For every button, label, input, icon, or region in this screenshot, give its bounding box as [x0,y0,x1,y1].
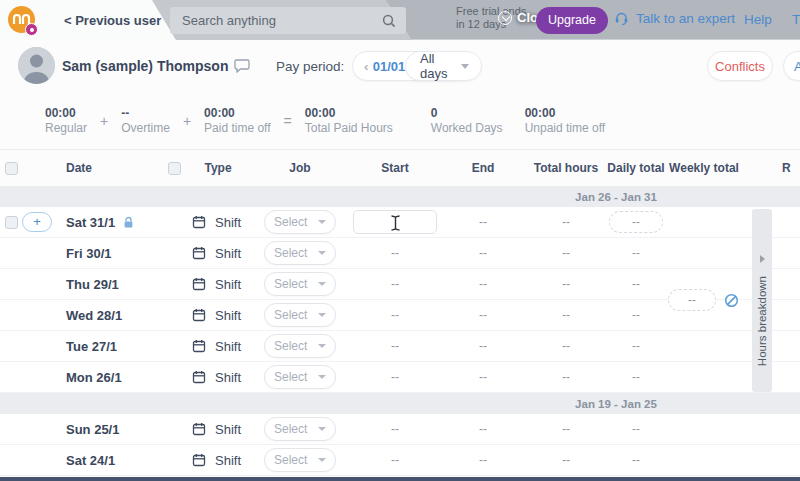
row-date: Fri 30/1 [56,246,166,261]
end-value: -- [440,370,526,384]
col-header-daily-total: Daily total [606,161,666,175]
daily-total-value: -- [606,422,666,436]
weekly-total-field[interactable]: -- [668,289,739,311]
end-value: -- [440,308,526,322]
chat-icon[interactable] [234,58,250,73]
row-date: Sat 31/1 [56,215,166,230]
col-header-end: End [440,161,526,175]
footer-bar [0,477,800,481]
table-header: Date Type Job Start End Total hours Dail… [0,150,800,186]
avatar[interactable] [18,47,55,84]
job-select[interactable]: Select [264,334,336,358]
app-logo[interactable] [8,6,35,33]
upgrade-button[interactable]: Upgrade [536,7,608,34]
chevron-down-icon [318,458,326,462]
summary-regular: 00:00 Regular [45,106,87,136]
shift-calendar-icon [192,215,206,229]
daily-total-value: -- [606,308,666,322]
job-select[interactable]: Select [264,210,336,234]
daily-total-value: -- [606,339,666,353]
start-value: -- [350,422,440,436]
pay-period-prev-icon[interactable]: ‹ [364,59,368,74]
total-hours-value: -- [526,370,606,384]
job-select[interactable]: Select [264,241,336,265]
summary-paid-time-off: 00:00 Paid time off [204,106,270,136]
daily-total-value: -- [606,246,666,260]
week-divider-label: Jan 19 - Jan 25 [575,398,657,410]
week-group-2: Sun 25/1 Shift Select -- -- -- -- Sat 24… [0,414,800,476]
help-link[interactable]: Help [744,12,772,27]
previous-user-link[interactable]: < Previous user [64,13,161,28]
chevron-down-icon [318,313,326,317]
daily-total-value: -- [606,453,666,467]
add-shift-button[interactable]: + [22,212,52,232]
row-checkbox[interactable] [5,216,18,229]
table-row[interactable]: Tue 27/1 Shift Select -- -- -- -- [0,331,800,362]
table-row[interactable]: Mon 26/1 Shift Select -- -- -- -- [0,362,800,393]
shift-calendar-icon [192,308,206,322]
shift-calendar-icon [192,277,206,291]
start-value: -- [350,339,440,353]
daily-total-field[interactable]: -- [609,211,663,233]
table-row[interactable]: Sat 24/1 Shift Select -- -- -- -- [0,445,800,476]
table-row[interactable]: Sun 25/1 Shift Select -- -- -- -- [0,414,800,445]
clipped-action-button[interactable]: A [783,51,800,81]
end-value: -- [440,215,526,229]
summary-overtime: -- Overtime [121,106,170,136]
total-hours-value: -- [526,308,606,322]
select-all-checkbox[interactable] [5,162,18,175]
start-time-input[interactable] [353,210,437,234]
row-date: Tue 27/1 [56,339,166,354]
row-date: Sat 24/1 [56,453,166,468]
total-hours-value: -- [526,453,606,467]
chevron-down-icon [318,220,326,224]
week-divider-label: Jan 26 - Jan 31 [575,191,657,203]
text-cursor-icon [390,215,401,231]
summary-strip: 00:00 Regular + -- Overtime + 00:00 Paid… [0,92,800,150]
hours-breakdown-tab[interactable]: Hours breakdown [752,209,772,392]
conflicts-button[interactable]: Conflicts [707,51,773,81]
search-input[interactable] [170,13,382,28]
total-hours-value: -- [526,215,606,229]
hours-breakdown-label: Hours breakdown [756,276,768,366]
equals-operator: = [284,113,292,129]
logo-badge [25,23,38,36]
timesheet-screen: < Previous user Free trial ends in 12 da… [0,0,800,481]
table-row[interactable]: Fri 30/1 Shift Select -- -- -- -- [0,238,800,269]
end-value: -- [440,246,526,260]
search-box[interactable] [170,7,406,34]
job-select[interactable]: Select [264,272,336,296]
daily-total-value: -- [606,277,666,291]
row-type: Shift [186,453,250,468]
user-bar: Sam (sample) Thompson Pay period: ‹ 01/0… [0,40,800,92]
chevron-right-icon [760,255,765,263]
start-value: -- [350,370,440,384]
chevron-down-icon [461,64,469,69]
total-hours-value: -- [526,246,606,260]
job-select[interactable]: Select [264,417,336,441]
summary-worked-days: 0 Worked Days [431,106,503,136]
row-type: Shift [186,422,250,437]
col-header-weekly-total: Weekly total [666,161,742,175]
end-value: -- [440,422,526,436]
week-divider: Jan 19 - Jan 25 [0,393,800,414]
row-type: Shift [186,339,250,354]
clipped-nav-item[interactable]: T [792,12,800,27]
job-select[interactable]: Select [264,303,336,327]
pay-period-label: Pay period: [276,59,344,74]
talk-to-expert-link[interactable]: Talk to an expert [614,11,735,26]
col-header-clipped: R [742,161,800,175]
shift-calendar-icon [192,370,206,384]
user-name: Sam (sample) Thompson [62,58,228,74]
table-row[interactable]: + Sat 31/1 Shift Select [0,207,800,238]
row-type: Shift [186,277,250,292]
chevron-down-icon [318,375,326,379]
row-type: Shift [186,308,250,323]
search-icon[interactable] [382,14,396,28]
job-select[interactable]: Select [264,365,336,389]
select-all-types-checkbox[interactable] [168,162,181,175]
days-filter-dropdown[interactable]: All days [405,51,482,81]
job-select[interactable]: Select [264,448,336,472]
total-hours-value: -- [526,339,606,353]
shift-calendar-icon [192,453,206,467]
